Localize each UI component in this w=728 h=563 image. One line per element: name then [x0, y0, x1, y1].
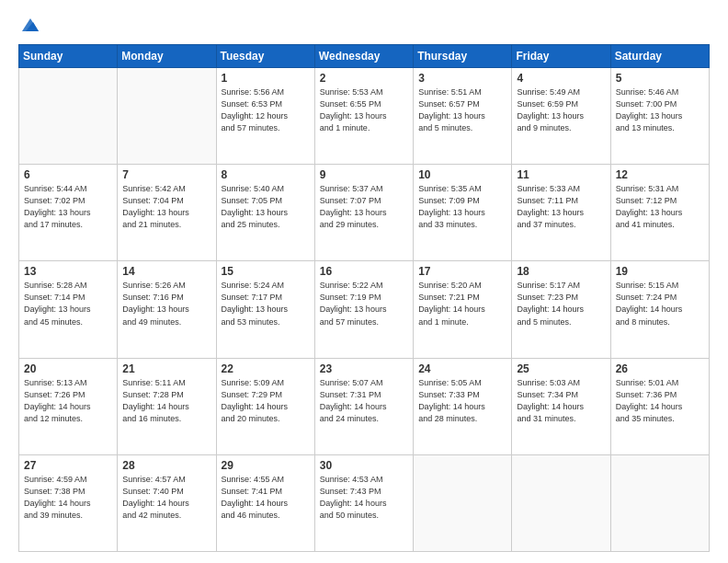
day-number: 13	[24, 265, 112, 278]
calendar-cell: 13Sunrise: 5:28 AM Sunset: 7:14 PM Dayli…	[19, 261, 118, 358]
calendar-cell: 26Sunrise: 5:01 AM Sunset: 7:36 PM Dayli…	[610, 358, 709, 454]
calendar-header-wednesday: Wednesday	[314, 45, 413, 68]
day-number: 9	[320, 168, 408, 181]
calendar-header-thursday: Thursday	[414, 45, 512, 68]
calendar-cell	[610, 454, 709, 551]
calendar-cell: 30Sunrise: 4:53 AM Sunset: 7:43 PM Dayli…	[314, 454, 413, 551]
calendar-cell	[414, 454, 512, 551]
day-info: Sunrise: 5:07 AM Sunset: 7:31 PM Dayligh…	[320, 377, 408, 425]
day-info: Sunrise: 5:42 AM Sunset: 7:04 PM Dayligh…	[122, 183, 210, 231]
day-number: 3	[418, 72, 506, 85]
calendar-cell: 1Sunrise: 5:56 AM Sunset: 6:53 PM Daylig…	[216, 68, 314, 165]
day-number: 16	[320, 265, 408, 278]
logo-icon	[20, 15, 40, 35]
calendar-week-4: 20Sunrise: 5:13 AM Sunset: 7:26 PM Dayli…	[19, 358, 710, 454]
day-info: Sunrise: 5:35 AM Sunset: 7:09 PM Dayligh…	[418, 183, 506, 231]
day-info: Sunrise: 5:24 AM Sunset: 7:17 PM Dayligh…	[222, 280, 310, 327]
header	[18, 15, 710, 35]
calendar-cell: 11Sunrise: 5:33 AM Sunset: 7:11 PM Dayli…	[512, 165, 610, 261]
calendar-header-friday: Friday	[512, 45, 610, 68]
day-number: 17	[418, 265, 506, 278]
day-number: 21	[122, 362, 210, 375]
calendar-week-5: 27Sunrise: 4:59 AM Sunset: 7:38 PM Dayli…	[19, 454, 710, 551]
calendar-cell: 2Sunrise: 5:53 AM Sunset: 6:55 PM Daylig…	[314, 68, 413, 165]
calendar-header-monday: Monday	[118, 45, 216, 68]
day-number: 12	[616, 168, 704, 181]
day-number: 4	[517, 72, 605, 85]
day-info: Sunrise: 5:56 AM Sunset: 6:53 PM Dayligh…	[222, 86, 310, 134]
day-number: 8	[222, 168, 310, 181]
calendar-cell: 28Sunrise: 4:57 AM Sunset: 7:40 PM Dayli…	[118, 454, 216, 551]
day-info: Sunrise: 5:37 AM Sunset: 7:07 PM Dayligh…	[320, 183, 408, 231]
day-info: Sunrise: 5:26 AM Sunset: 7:16 PM Dayligh…	[122, 280, 210, 327]
day-number: 23	[320, 362, 408, 375]
day-number: 5	[616, 72, 704, 85]
calendar-cell: 4Sunrise: 5:49 AM Sunset: 6:59 PM Daylig…	[512, 68, 610, 165]
calendar-cell	[512, 454, 610, 551]
day-info: Sunrise: 5:15 AM Sunset: 7:24 PM Dayligh…	[616, 280, 704, 327]
day-number: 10	[418, 168, 506, 181]
calendar-cell: 23Sunrise: 5:07 AM Sunset: 7:31 PM Dayli…	[314, 358, 413, 454]
day-info: Sunrise: 5:13 AM Sunset: 7:26 PM Dayligh…	[24, 377, 112, 425]
calendar-cell: 18Sunrise: 5:17 AM Sunset: 7:23 PM Dayli…	[512, 261, 610, 358]
day-info: Sunrise: 5:49 AM Sunset: 6:59 PM Dayligh…	[517, 86, 605, 134]
calendar-cell	[19, 68, 118, 165]
calendar-cell: 10Sunrise: 5:35 AM Sunset: 7:09 PM Dayli…	[414, 165, 512, 261]
day-info: Sunrise: 4:57 AM Sunset: 7:40 PM Dayligh…	[122, 474, 210, 522]
day-number: 11	[517, 168, 605, 181]
day-number: 18	[517, 265, 605, 278]
day-number: 19	[616, 265, 704, 278]
day-info: Sunrise: 5:01 AM Sunset: 7:36 PM Dayligh…	[616, 377, 704, 425]
calendar-cell: 27Sunrise: 4:59 AM Sunset: 7:38 PM Dayli…	[19, 454, 118, 551]
calendar-cell: 7Sunrise: 5:42 AM Sunset: 7:04 PM Daylig…	[118, 165, 216, 261]
day-info: Sunrise: 5:44 AM Sunset: 7:02 PM Dayligh…	[24, 183, 112, 231]
day-number: 20	[24, 362, 112, 375]
day-number: 2	[320, 72, 408, 85]
day-info: Sunrise: 5:20 AM Sunset: 7:21 PM Dayligh…	[418, 280, 506, 327]
day-info: Sunrise: 5:05 AM Sunset: 7:33 PM Dayligh…	[418, 377, 506, 425]
calendar-header-row: SundayMondayTuesdayWednesdayThursdayFrid…	[19, 45, 710, 68]
calendar-cell: 22Sunrise: 5:09 AM Sunset: 7:29 PM Dayli…	[216, 358, 314, 454]
day-info: Sunrise: 5:11 AM Sunset: 7:28 PM Dayligh…	[122, 377, 210, 425]
calendar-cell: 12Sunrise: 5:31 AM Sunset: 7:12 PM Dayli…	[610, 165, 709, 261]
calendar-cell: 9Sunrise: 5:37 AM Sunset: 7:07 PM Daylig…	[314, 165, 413, 261]
calendar-cell: 15Sunrise: 5:24 AM Sunset: 7:17 PM Dayli…	[216, 261, 314, 358]
calendar-week-2: 6Sunrise: 5:44 AM Sunset: 7:02 PM Daylig…	[19, 165, 710, 261]
calendar-cell: 5Sunrise: 5:46 AM Sunset: 7:00 PM Daylig…	[610, 68, 709, 165]
page: SundayMondayTuesdayWednesdayThursdayFrid…	[0, 0, 728, 563]
day-info: Sunrise: 5:53 AM Sunset: 6:55 PM Dayligh…	[320, 86, 408, 134]
calendar-cell: 29Sunrise: 4:55 AM Sunset: 7:41 PM Dayli…	[216, 454, 314, 551]
calendar-header-tuesday: Tuesday	[216, 45, 314, 68]
day-number: 29	[222, 459, 310, 472]
calendar-header-saturday: Saturday	[610, 45, 709, 68]
day-number: 22	[222, 362, 310, 375]
day-info: Sunrise: 5:40 AM Sunset: 7:05 PM Dayligh…	[222, 183, 310, 231]
day-number: 7	[122, 168, 210, 181]
day-info: Sunrise: 5:22 AM Sunset: 7:19 PM Dayligh…	[320, 280, 408, 327]
day-info: Sunrise: 5:17 AM Sunset: 7:23 PM Dayligh…	[517, 280, 605, 327]
day-number: 27	[24, 459, 112, 472]
day-number: 14	[122, 265, 210, 278]
day-info: Sunrise: 5:46 AM Sunset: 7:00 PM Dayligh…	[616, 86, 704, 134]
calendar-cell: 25Sunrise: 5:03 AM Sunset: 7:34 PM Dayli…	[512, 358, 610, 454]
calendar-header-sunday: Sunday	[19, 45, 118, 68]
day-info: Sunrise: 4:59 AM Sunset: 7:38 PM Dayligh…	[24, 474, 112, 522]
day-info: Sunrise: 5:09 AM Sunset: 7:29 PM Dayligh…	[222, 377, 310, 425]
calendar-table: SundayMondayTuesdayWednesdayThursdayFrid…	[18, 44, 710, 552]
calendar-cell: 24Sunrise: 5:05 AM Sunset: 7:33 PM Dayli…	[414, 358, 512, 454]
day-info: Sunrise: 5:28 AM Sunset: 7:14 PM Dayligh…	[24, 280, 112, 327]
day-number: 15	[222, 265, 310, 278]
day-info: Sunrise: 5:31 AM Sunset: 7:12 PM Dayligh…	[616, 183, 704, 231]
calendar-cell: 6Sunrise: 5:44 AM Sunset: 7:02 PM Daylig…	[19, 165, 118, 261]
calendar-cell: 17Sunrise: 5:20 AM Sunset: 7:21 PM Dayli…	[414, 261, 512, 358]
calendar-cell: 8Sunrise: 5:40 AM Sunset: 7:05 PM Daylig…	[216, 165, 314, 261]
day-number: 26	[616, 362, 704, 375]
calendar-cell: 19Sunrise: 5:15 AM Sunset: 7:24 PM Dayli…	[610, 261, 709, 358]
calendar-week-1: 1Sunrise: 5:56 AM Sunset: 6:53 PM Daylig…	[19, 68, 710, 165]
day-number: 30	[320, 459, 408, 472]
day-info: Sunrise: 4:53 AM Sunset: 7:43 PM Dayligh…	[320, 474, 408, 522]
day-number: 25	[517, 362, 605, 375]
calendar-week-3: 13Sunrise: 5:28 AM Sunset: 7:14 PM Dayli…	[19, 261, 710, 358]
calendar-cell	[118, 68, 216, 165]
calendar-cell: 16Sunrise: 5:22 AM Sunset: 7:19 PM Dayli…	[314, 261, 413, 358]
